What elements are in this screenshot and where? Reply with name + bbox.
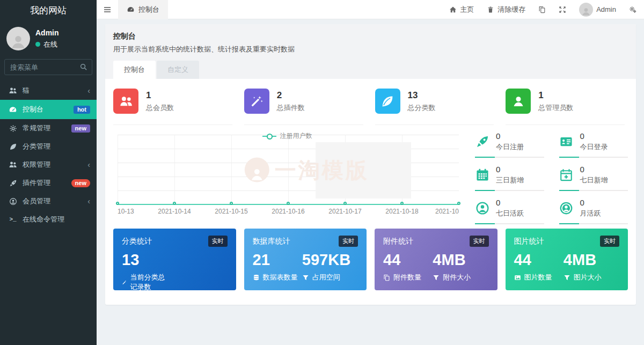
data-point[interactable]	[230, 202, 233, 205]
chevron-left-icon: ‹	[87, 86, 90, 95]
dashboard-panel: 控制台 用于展示当前系统中的统计数据、统计报表及重要实时数据 控制台 自定义 1…	[105, 24, 636, 305]
sidebar-item-category[interactable]: 分类管理	[0, 137, 97, 156]
copy-icon	[538, 6, 546, 13]
topbar-tab-label: 控制台	[138, 5, 159, 14]
sidebar: 我的网站 Admin 在线 猫 ‹ 控制台 hot	[0, 0, 97, 345]
card-title: 图片统计	[514, 237, 544, 246]
data-point[interactable]	[287, 202, 290, 205]
card-value: 4MB	[433, 251, 488, 269]
calendar-plus-icon	[559, 168, 574, 182]
data-point[interactable]	[116, 202, 119, 205]
content-tabs: 控制台 自定义	[113, 61, 628, 79]
stat-total-addons[interactable]: 2总插件数	[244, 89, 363, 125]
sidebar-item-label: 插件管理	[23, 178, 71, 188]
data-point[interactable]	[173, 202, 176, 205]
sidebar-item-addon[interactable]: 插件管理 new	[0, 174, 97, 192]
user-circle-icon	[475, 201, 489, 216]
stat-total-members[interactable]: 1总会员数	[113, 89, 232, 125]
copy-icon	[383, 274, 390, 281]
person-icon	[581, 6, 591, 17]
database-stats-card[interactable]: 数据库统计 实时 21 数据表数量	[244, 229, 367, 290]
terminal-icon: >_	[8, 215, 18, 224]
stat-label: 总插件数	[277, 103, 305, 113]
category-stats-card[interactable]: 分类统计 实时 13 当前分类总记录数	[113, 229, 236, 290]
summary-cards-row: 分类统计 实时 13 当前分类总记录数	[113, 229, 628, 290]
card-value: 597KB	[302, 251, 358, 269]
hamburger-menu-icon[interactable]	[97, 0, 118, 19]
chevron-left-icon: ‹	[87, 160, 90, 169]
registered-users-chart[interactable]: 注册用户数 一淘模版	[113, 131, 461, 217]
image-stats-card[interactable]: 图片统计 实时 44 图片数量	[506, 229, 628, 290]
sidebar-item-cat[interactable]: 猫 ‹	[0, 82, 97, 100]
home-label: 主页	[460, 5, 474, 14]
fullscreen-button[interactable]	[559, 6, 566, 13]
data-point[interactable]	[457, 202, 460, 205]
card-metric-label: 图片数量	[524, 273, 552, 282]
magic-wand-icon	[244, 89, 269, 114]
tab-dashboard[interactable]: 控制台	[113, 61, 156, 79]
mini-stat-label: 今日登录	[580, 142, 608, 152]
hot-badge: hot	[74, 106, 90, 114]
sidebar-item-command[interactable]: >_ 在线命令管理	[0, 210, 97, 229]
tab-custom[interactable]: 自定义	[157, 61, 199, 79]
x-tick-label: 2021-10	[435, 208, 459, 215]
expand-icon	[559, 6, 566, 13]
online-status-label: 在线	[43, 40, 57, 49]
card-metric-label: 当前分类总记录数	[130, 273, 172, 292]
user-menu[interactable]: Admin	[579, 3, 616, 17]
page-subtitle: 用于展示当前系统中的统计数据、统计报表及重要实时数据	[113, 45, 628, 54]
attachment-stats-card[interactable]: 附件统计 实时 44 附件数量	[375, 229, 497, 290]
stat-value: 1	[146, 90, 174, 101]
trash-icon	[487, 6, 494, 13]
legend-label: 注册用户数	[280, 131, 312, 141]
search-icon[interactable]	[79, 63, 87, 71]
sidebar-item-general[interactable]: 常规管理 new	[0, 119, 97, 137]
sidebar-item-label: 控制台	[23, 105, 74, 114]
sidebar-item-user[interactable]: 会员管理 ‹	[0, 192, 97, 210]
page-title: 控制台	[113, 32, 628, 41]
topbar-tab-dashboard[interactable]: 控制台	[118, 0, 168, 19]
realtime-badge: 实时	[600, 236, 619, 247]
mini-stat-monthly-active: 0月活跃	[559, 198, 628, 224]
x-tick-label: 2021-10-14	[158, 208, 191, 215]
chart-series-line	[118, 204, 459, 205]
card-title: 数据库统计	[253, 237, 290, 246]
dashboard-icon	[8, 105, 18, 114]
gear-icon	[629, 6, 636, 13]
mini-stat-value: 0	[580, 198, 601, 207]
stat-value: 1	[538, 90, 573, 101]
card-metric-label: 占用空间	[312, 273, 340, 282]
settings-button[interactable]	[629, 6, 636, 13]
stat-total-admins[interactable]: 1总管理员数	[506, 89, 625, 125]
realtime-badge: 实时	[208, 236, 228, 247]
cogs-icon	[8, 124, 18, 133]
copy-page-button[interactable]	[538, 6, 546, 13]
stat-total-categories[interactable]: 13总分类数	[375, 89, 494, 125]
sidebar-item-dashboard[interactable]: 控制台 hot	[0, 100, 97, 119]
data-point[interactable]	[343, 202, 347, 205]
mini-stat-label: 七日新增	[580, 175, 608, 185]
card-metric-label: 数据表数量	[263, 273, 298, 282]
avatar	[579, 3, 593, 17]
user-circle-icon	[8, 197, 18, 205]
clear-cache-button[interactable]: 清除缓存	[487, 5, 525, 14]
chart-legend[interactable]: 注册用户数	[113, 131, 461, 141]
home-link[interactable]: 主页	[449, 5, 474, 14]
legend-line-marker-icon	[262, 136, 276, 137]
x-tick-label: 2021-10-15	[215, 208, 247, 215]
card-metric-label: 附件数量	[393, 273, 421, 282]
topbar-username: Admin	[596, 5, 616, 13]
filter-icon	[433, 274, 440, 281]
person-icon	[9, 32, 27, 50]
main-content: 控制台 用于展示当前系统中的统计数据、统计报表及重要实时数据 控制台 自定义 1…	[97, 19, 644, 345]
sidebar-item-label: 常规管理	[23, 123, 71, 133]
data-point[interactable]	[400, 202, 404, 205]
clear-cache-label: 清除缓存	[497, 5, 525, 14]
panel-head: 控制台 用于展示当前系统中的统计数据、统计报表及重要实时数据 控制台 自定义	[105, 24, 636, 79]
middle-section: 注册用户数 一淘模版	[113, 131, 628, 217]
users-icon	[8, 86, 18, 95]
stat-label: 总分类数	[408, 103, 436, 113]
stat-value: 2	[277, 90, 305, 101]
filter-icon	[564, 274, 570, 281]
sidebar-item-auth[interactable]: 权限管理 ‹	[0, 156, 97, 174]
